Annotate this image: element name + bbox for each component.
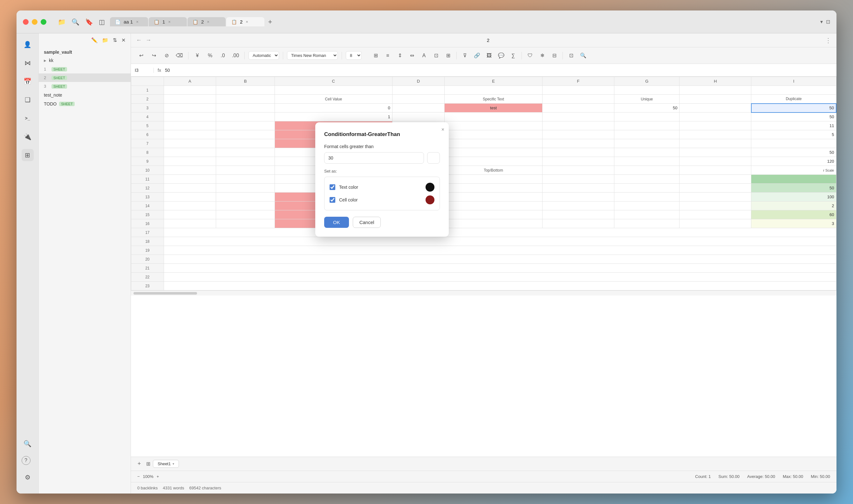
tab-2a[interactable]: 📋 2 × — [187, 17, 226, 26]
cell-B3[interactable] — [216, 104, 275, 112]
image-button[interactable]: 🖼 — [484, 51, 494, 61]
cell-D3[interactable] — [392, 104, 444, 112]
add-tab-button[interactable]: + — [265, 17, 275, 27]
cell-E15[interactable] — [444, 210, 542, 219]
sidebar-terminal-icon[interactable]: >_ — [22, 112, 34, 124]
tree-item-todo-sheet[interactable]: TODO SHEET — [39, 100, 131, 108]
cell-F7[interactable] — [543, 139, 614, 148]
cell-20-rest[interactable] — [164, 255, 836, 264]
increase-decimal-button[interactable]: .00 — [231, 51, 240, 61]
cell-B16[interactable] — [216, 219, 275, 228]
cell-A4[interactable] — [164, 112, 216, 121]
col-header-E[interactable]: E — [444, 77, 542, 86]
cell-H15[interactable] — [679, 210, 751, 219]
sum-button[interactable]: ∑ — [508, 51, 518, 61]
cell-H14[interactable] — [679, 201, 751, 210]
cell-I16[interactable]: 3 — [751, 219, 836, 228]
dialog-close-button[interactable]: × — [441, 127, 444, 132]
sidebar-calendar-icon[interactable]: 📅 — [22, 75, 34, 87]
cell-I11[interactable] — [751, 175, 836, 184]
col-header-F[interactable]: F — [543, 77, 614, 86]
dialog-value-input[interactable] — [324, 152, 424, 164]
cell-C3[interactable]: 0 — [275, 104, 392, 112]
cell-H5[interactable] — [679, 121, 751, 130]
cell-E7[interactable] — [444, 139, 542, 148]
text-color-circle[interactable] — [425, 183, 434, 192]
cell-22-rest[interactable] — [164, 273, 836, 282]
cell-G10[interactable] — [614, 166, 679, 175]
formula-input[interactable] — [165, 68, 833, 73]
cell-C2[interactable]: Cell Value — [275, 95, 392, 104]
cell-F13[interactable] — [543, 193, 614, 201]
cell-B5[interactable] — [216, 121, 275, 130]
cell-A2[interactable] — [164, 95, 216, 104]
cell-G1[interactable] — [614, 86, 679, 95]
protect-button[interactable]: 🛡 — [525, 51, 535, 61]
cell-B11[interactable] — [216, 175, 275, 184]
cell-E5[interactable] — [444, 121, 542, 130]
cell-H6[interactable] — [679, 130, 751, 139]
font-size-select[interactable]: 8 — [346, 51, 362, 60]
cell-I2[interactable]: Duplicate — [751, 95, 836, 104]
tab-1-close[interactable]: × — [168, 19, 171, 24]
row-height-button[interactable]: ⇕ — [395, 51, 405, 61]
cell-D4[interactable] — [392, 112, 444, 121]
cell-H13[interactable] — [679, 193, 751, 201]
freeze-button[interactable]: ❄ — [537, 51, 547, 61]
cell-A11[interactable] — [164, 175, 216, 184]
cell-I12[interactable]: 50 — [751, 184, 836, 193]
sidebar-settings-icon[interactable]: ⚙ — [22, 471, 34, 483]
spreadsheet-container[interactable]: A B C D E F G H I — [131, 77, 836, 457]
merge-button[interactable]: ⊞ — [443, 51, 453, 61]
dialog-cancel-button[interactable]: Cancel — [353, 217, 381, 228]
cell-A12[interactable] — [164, 184, 216, 193]
tree-item-3-sheet[interactable]: 3 SHEET — [39, 82, 131, 91]
cell-H2[interactable] — [679, 95, 751, 104]
text-color-button[interactable]: A — [419, 51, 429, 61]
cell-G16[interactable] — [614, 219, 679, 228]
filter-button[interactable]: ⊽ — [460, 51, 470, 61]
grid-settings-button[interactable]: ⊞ — [370, 51, 381, 61]
cell-I5[interactable]: 11 — [751, 121, 836, 130]
cell-C1[interactable] — [275, 86, 392, 95]
cell-G12[interactable] — [614, 184, 679, 193]
cell-E16[interactable] — [444, 219, 542, 228]
col-header-B[interactable]: B — [216, 77, 275, 86]
cell-A6[interactable] — [164, 130, 216, 139]
cell-I6[interactable]: 5 — [751, 130, 836, 139]
maximize-window-button[interactable] — [41, 19, 47, 25]
comment-button[interactable]: 💬 — [496, 51, 506, 61]
cell-G8[interactable] — [614, 148, 679, 157]
new-note-icon[interactable]: ✏️ — [91, 37, 97, 43]
cell-I15[interactable]: 60 — [751, 210, 836, 219]
cell-G9[interactable] — [614, 157, 679, 166]
percent-button[interactable]: % — [205, 51, 215, 61]
sidebar-help-icon[interactable]: ? — [22, 456, 31, 465]
cell-E14[interactable] — [444, 201, 542, 210]
cell-F1[interactable] — [543, 86, 614, 95]
cell-H10[interactable] — [679, 166, 751, 175]
bookmark-icon[interactable]: 🔖 — [85, 18, 93, 26]
cell-H12[interactable] — [679, 184, 751, 193]
cell-I3[interactable]: 50 — [751, 104, 836, 112]
cell-H7[interactable] — [679, 139, 751, 148]
cell-18-rest[interactable] — [164, 237, 836, 246]
cell-F8[interactable] — [543, 148, 614, 157]
tab-aa1-close[interactable]: × — [136, 19, 139, 24]
undo-button[interactable]: ↩ — [136, 51, 146, 61]
new-folder-icon[interactable]: 📁 — [102, 37, 108, 43]
cell-B7[interactable] — [216, 139, 275, 148]
cell-B10[interactable] — [216, 166, 275, 175]
cell-23-rest[interactable] — [164, 282, 836, 290]
cell-A1[interactable] — [164, 86, 216, 95]
col-header-H[interactable]: H — [679, 77, 751, 86]
cell-F9[interactable] — [543, 157, 614, 166]
cell-H11[interactable] — [679, 175, 751, 184]
cell-E2[interactable]: Specific Text — [444, 95, 542, 104]
cell-B8[interactable] — [216, 148, 275, 157]
cell-I14[interactable]: 2 — [751, 201, 836, 210]
number-format-select[interactable]: Automatic — [249, 51, 279, 60]
cell-color-circle[interactable] — [425, 195, 434, 204]
cell-H16[interactable] — [679, 219, 751, 228]
tabs-dropdown-icon[interactable]: ▾ — [820, 19, 823, 25]
